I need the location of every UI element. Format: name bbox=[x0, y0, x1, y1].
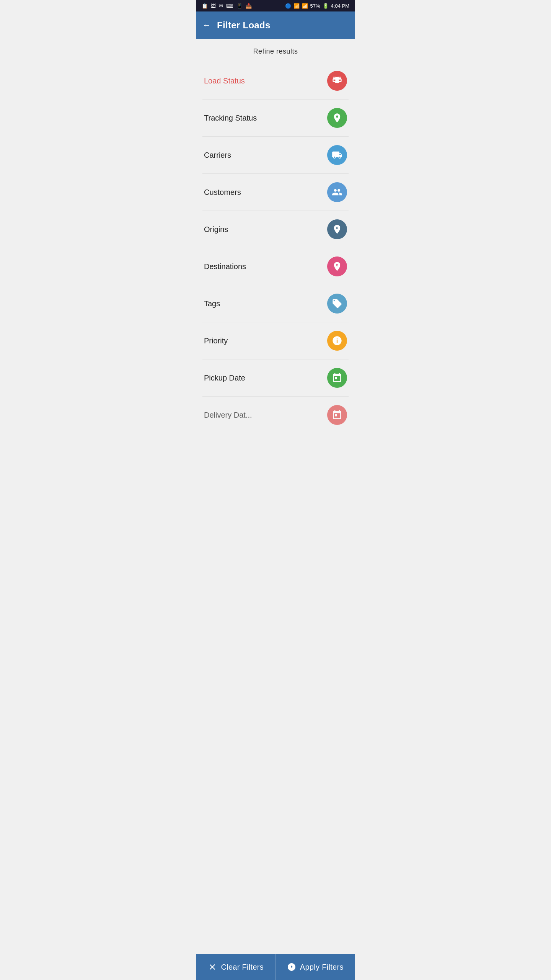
tag-icon bbox=[332, 298, 342, 309]
apply-icon bbox=[287, 962, 296, 972]
filter-label-priority: Priority bbox=[204, 336, 228, 345]
keyboard-icon: ⌨ bbox=[226, 3, 233, 9]
email-icon: ✉ bbox=[219, 3, 223, 9]
tags-icon-circle bbox=[327, 294, 347, 314]
svg-rect-1 bbox=[337, 77, 341, 80]
tracking-status-icon-circle bbox=[327, 108, 347, 128]
search-pin-dest-icon bbox=[332, 261, 342, 272]
customers-icon-circle bbox=[327, 182, 347, 202]
filter-item-destinations[interactable]: Destinations bbox=[202, 248, 349, 285]
apply-filters-label: Apply Filters bbox=[300, 963, 344, 972]
clear-icon bbox=[208, 962, 217, 972]
load-status-icon-circle bbox=[327, 71, 347, 91]
people-icon bbox=[332, 187, 342, 198]
filter-item-pickup-date[interactable]: Pickup Date bbox=[202, 359, 349, 397]
location-icon bbox=[332, 113, 342, 123]
svg-point-4 bbox=[336, 227, 338, 229]
page-title: Filter Loads bbox=[217, 20, 271, 31]
filter-label-customers: Customers bbox=[204, 188, 241, 197]
filter-item-priority[interactable]: Priority bbox=[202, 322, 349, 359]
filter-item-origins[interactable]: Origins bbox=[202, 211, 349, 248]
bluetooth-icon: 🔵 bbox=[285, 3, 291, 9]
svg-rect-2 bbox=[335, 80, 339, 83]
battery-icon: 🔋 bbox=[323, 3, 329, 9]
search-pin-origin-icon bbox=[332, 224, 342, 235]
filter-label-carriers: Carriers bbox=[204, 151, 231, 160]
filter-item-tracking-status[interactable]: Tracking Status bbox=[202, 100, 349, 137]
priority-icon-circle bbox=[327, 331, 347, 351]
svg-point-6 bbox=[336, 265, 338, 266]
page-header: ← Filter Loads bbox=[196, 11, 355, 39]
back-button[interactable]: ← bbox=[202, 20, 211, 30]
filter-label-load-status: Load Status bbox=[204, 77, 245, 85]
clear-filters-label: Clear Filters bbox=[221, 963, 264, 972]
svg-rect-0 bbox=[333, 77, 337, 80]
boxes-icon bbox=[332, 75, 342, 86]
clear-filters-button[interactable]: Clear Filters bbox=[196, 954, 276, 980]
download-icon: 📥 bbox=[246, 3, 252, 9]
filter-item-load-status[interactable]: Load Status bbox=[202, 62, 349, 100]
wifi-icon: 📶 bbox=[293, 3, 300, 9]
destinations-icon-circle bbox=[327, 256, 347, 276]
filter-label-delivery-date: Delivery Dat... bbox=[204, 411, 252, 420]
filter-label-origins: Origins bbox=[204, 225, 228, 234]
filter-label-destinations: Destinations bbox=[204, 262, 246, 271]
bottom-action-bar: Clear Filters Apply Filters bbox=[196, 954, 355, 980]
apply-filters-button[interactable]: Apply Filters bbox=[276, 954, 355, 980]
origins-icon-circle bbox=[327, 219, 347, 239]
filter-label-tracking-status: Tracking Status bbox=[204, 114, 257, 122]
calendar-delivery-icon bbox=[332, 410, 342, 420]
status-icons: 📋 🖼 ✉ ⌨ 📱 📥 bbox=[202, 3, 252, 9]
time-display: 4:04 PM bbox=[331, 3, 349, 9]
filter-item-customers[interactable]: Customers bbox=[202, 174, 349, 211]
delivery-date-icon-circle bbox=[327, 405, 347, 425]
page-subtitle: Refine results bbox=[196, 39, 355, 62]
filter-item-carriers[interactable]: Carriers bbox=[202, 137, 349, 174]
notification-icon: 📋 bbox=[202, 3, 208, 9]
filter-label-pickup-date: Pickup Date bbox=[204, 374, 245, 382]
filter-label-tags: Tags bbox=[204, 299, 220, 308]
status-system: 🔵 📶 📶 57% 🔋 4:04 PM bbox=[285, 3, 349, 9]
battery-text: 57% bbox=[310, 3, 320, 9]
info-icon bbox=[332, 335, 342, 346]
filter-list: Load Status Tracking Status Carriers bbox=[196, 62, 355, 954]
filter-item-tags[interactable]: Tags bbox=[202, 285, 349, 322]
carriers-icon-circle bbox=[327, 145, 347, 165]
screen-icon: 📱 bbox=[236, 3, 243, 9]
signal-icon: 📶 bbox=[302, 3, 308, 9]
truck-icon bbox=[332, 150, 342, 160]
photo-icon: 🖼 bbox=[211, 3, 216, 9]
calendar-pickup-icon bbox=[332, 372, 342, 383]
status-bar: 📋 🖼 ✉ ⌨ 📱 📥 🔵 📶 📶 57% 🔋 4:04 PM bbox=[196, 0, 355, 11]
filter-item-delivery-date[interactable]: Delivery Dat... bbox=[202, 397, 349, 428]
pickup-date-icon-circle bbox=[327, 368, 347, 388]
